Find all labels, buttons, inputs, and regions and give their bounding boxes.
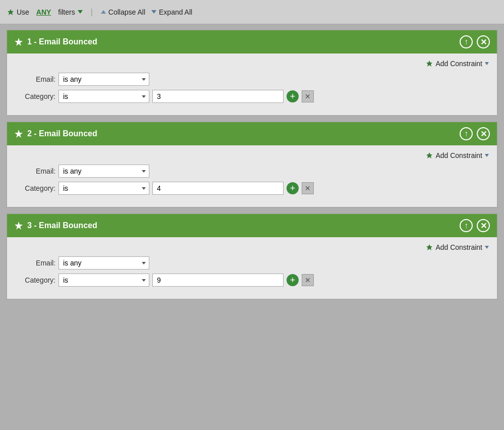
add-constraint-row-2: Add Constraint <box>15 151 489 159</box>
svg-marker-2 <box>426 61 432 67</box>
add-constraint-label-2: Add Constraint <box>435 151 482 159</box>
block-title-3: 3 - Email Bounced <box>27 221 97 230</box>
filter-header-left-3: 3 - Email Bounced <box>14 221 97 230</box>
any-keyword[interactable]: ANY <box>36 8 51 16</box>
add-constraint-icon-2 <box>426 152 433 159</box>
expand-all-btn[interactable]: Expand All <box>151 8 192 16</box>
block-pin-icon-3 <box>14 221 23 230</box>
remove-value-btn-3[interactable]: ✕ <box>302 274 314 286</box>
close-btn-1[interactable]: ✕ <box>477 35 490 48</box>
svg-marker-6 <box>426 244 432 250</box>
filter-header-left-1: 1 - Email Bounced <box>14 37 97 46</box>
add-constraint-icon-1 <box>426 60 433 67</box>
add-constraint-btn-2[interactable]: Add Constraint <box>426 151 489 159</box>
block-pin-icon-2 <box>14 129 23 138</box>
svg-marker-4 <box>426 152 432 158</box>
move-up-btn-3[interactable]: ↑ <box>460 219 473 232</box>
constraint-row-2-category: Category: is is any is not contains + ✕ <box>15 182 489 195</box>
expand-arrow-icon <box>151 10 156 14</box>
email-operator-select-3[interactable]: is any is is not contains does not conta… <box>59 256 149 270</box>
category-value-input-3[interactable] <box>152 274 284 287</box>
svg-marker-0 <box>8 9 14 15</box>
filter-body-1: Add Constraint Email: is any is is not c… <box>7 53 497 115</box>
separator: | <box>91 8 93 17</box>
constraint-row-3-category: Category: is is any is not contains + ✕ <box>15 274 489 287</box>
add-constraint-arrow-1 <box>485 62 489 65</box>
add-constraint-arrow-2 <box>485 154 489 157</box>
filter-header-right-2: ↑ ✕ <box>460 127 490 140</box>
add-constraint-label-1: Add Constraint <box>435 60 482 68</box>
filter-header-right-1: ↑ ✕ <box>460 35 490 48</box>
svg-marker-5 <box>15 222 23 230</box>
filter-header-2: 2 - Email Bounced ↑ ✕ <box>7 122 497 145</box>
filter-header-1: 1 - Email Bounced ↑ ✕ <box>7 30 497 53</box>
main-content: 1 - Email Bounced ↑ ✕ Add Constraint Ema… <box>0 24 504 305</box>
email-operator-select-2[interactable]: is any is is not contains does not conta… <box>59 165 149 178</box>
category-label-1: Category: <box>15 92 55 100</box>
collapse-all-btn[interactable]: Collapse All <box>101 8 145 16</box>
filter-block-2: 2 - Email Bounced ↑ ✕ Add Constraint Ema… <box>6 121 498 208</box>
expand-label: Expand All <box>159 8 192 16</box>
remove-value-btn-1[interactable]: ✕ <box>302 90 314 102</box>
constraint-row-1-category: Category: is is any is not contains + ✕ <box>15 90 489 103</box>
move-up-btn-1[interactable]: ↑ <box>460 35 473 48</box>
category-operator-select-3[interactable]: is is any is not contains <box>59 274 149 287</box>
category-value-input-1[interactable] <box>152 90 284 103</box>
move-up-btn-2[interactable]: ↑ <box>460 127 473 140</box>
category-operator-select-2[interactable]: is is any is not contains <box>59 182 149 195</box>
use-label: Use <box>17 8 29 16</box>
add-constraint-arrow-3 <box>485 246 489 249</box>
add-value-btn-2[interactable]: + <box>287 182 299 194</box>
filter-block-1: 1 - Email Bounced ↑ ✕ Add Constraint Ema… <box>6 29 498 116</box>
add-value-btn-3[interactable]: + <box>287 274 299 286</box>
add-constraint-icon-3 <box>426 244 433 251</box>
constraint-row-3-email: Email: is any is is not contains does no… <box>15 256 489 270</box>
block-title-1: 1 - Email Bounced <box>27 37 97 46</box>
collapse-label: Collapse All <box>108 8 145 16</box>
filter-header-3: 3 - Email Bounced ↑ ✕ <box>7 214 497 237</box>
filter-block-3: 3 - Email Bounced ↑ ✕ Add Constraint Ema… <box>6 213 498 300</box>
filter-body-2: Add Constraint Email: is any is is not c… <box>7 145 497 207</box>
constraint-row-2-email: Email: is any is is not contains does no… <box>15 165 489 178</box>
filters-label: filters <box>58 8 75 16</box>
collapse-arrow-icon <box>101 10 106 14</box>
filter-pin-icon <box>7 9 14 16</box>
category-value-input-2[interactable] <box>152 182 284 195</box>
add-constraint-row-1: Add Constraint <box>15 60 489 68</box>
category-label-2: Category: <box>15 184 55 192</box>
svg-marker-1 <box>15 38 23 46</box>
filter-body-3: Add Constraint Email: is any is is not c… <box>7 237 497 299</box>
remove-value-btn-2[interactable]: ✕ <box>302 182 314 194</box>
any-dropdown-arrow[interactable] <box>78 10 83 14</box>
email-label-3: Email: <box>15 259 55 267</box>
filter-header-left-2: 2 - Email Bounced <box>14 129 97 138</box>
block-pin-icon-1 <box>14 37 23 46</box>
svg-marker-3 <box>15 130 23 138</box>
add-constraint-label-3: Add Constraint <box>435 243 482 251</box>
add-constraint-btn-1[interactable]: Add Constraint <box>426 60 489 68</box>
constraint-row-1-email: Email: is any is is not contains does no… <box>15 73 489 86</box>
use-any-filters[interactable]: Use ANY filters <box>7 8 83 16</box>
add-value-btn-1[interactable]: + <box>287 90 299 102</box>
filter-header-right-3: ↑ ✕ <box>460 219 490 232</box>
email-label-1: Email: <box>15 75 55 83</box>
email-label-2: Email: <box>15 167 55 175</box>
add-constraint-btn-3[interactable]: Add Constraint <box>426 243 489 251</box>
close-btn-3[interactable]: ✕ <box>477 219 490 232</box>
category-operator-select-1[interactable]: is is any is not contains <box>59 90 149 103</box>
add-constraint-row-3: Add Constraint <box>15 243 489 251</box>
category-label-3: Category: <box>15 276 55 284</box>
close-btn-2[interactable]: ✕ <box>477 127 490 140</box>
block-title-2: 2 - Email Bounced <box>27 129 97 138</box>
email-operator-select-1[interactable]: is any is is not contains does not conta… <box>59 73 149 86</box>
top-bar: Use ANY filters | Collapse All Expand Al… <box>0 0 504 24</box>
